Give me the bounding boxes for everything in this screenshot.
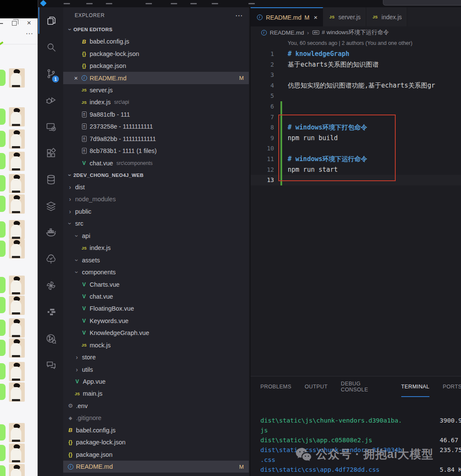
open-editor-item[interactable]: JSserver.js <box>63 84 249 96</box>
tree-item[interactable]: VKeywords.vue <box>63 315 249 327</box>
activity-database-icon[interactable] <box>38 166 63 193</box>
activity-search-icon[interactable] <box>38 34 63 60</box>
command-center-searchbox[interactable] <box>383 0 461 6</box>
tree-item[interactable]: ⚙.env <box>63 400 249 412</box>
vue-icon: V <box>80 281 88 288</box>
tree-item[interactable]: VKnowledgeGraph.vue <box>63 327 249 339</box>
close-icon[interactable]: × <box>27 20 31 26</box>
panel-tab-output[interactable]: OUTPUT <box>305 376 328 397</box>
photo-thumbnail[interactable] <box>9 194 25 214</box>
minimize-icon[interactable] <box>0 23 3 24</box>
activity-source-control-icon[interactable]: 1 <box>38 60 63 87</box>
photo-thumbnail[interactable] <box>9 152 25 171</box>
activity-git-graph-icon[interactable] <box>38 325 63 352</box>
photo-thumbnail[interactable] <box>9 107 25 126</box>
green-bubble <box>0 340 6 356</box>
activity-pinwheel-icon[interactable] <box>38 272 63 299</box>
tree-item[interactable]: ◆.gitignore <box>63 412 249 424</box>
activity-remote-explorer-icon[interactable] <box>38 113 63 140</box>
code-line[interactable]: 1# knowledgeGraph <box>251 49 461 59</box>
breadcrumb-file[interactable]: README.md <box>270 29 304 36</box>
codelens-blame[interactable]: You, 60 seconds ago | 2 authors (You and… <box>251 38 461 49</box>
code-line[interactable]: 6 <box>251 101 461 112</box>
code-line[interactable]: 5 <box>251 91 461 101</box>
restore-icon[interactable] <box>12 21 17 26</box>
photo-thumbnail[interactable] <box>9 423 25 442</box>
activity-comments-icon[interactable] <box>38 352 63 378</box>
tree-item[interactable]: VApp.vue <box>63 376 249 388</box>
open-editor-item[interactable]: ±7d9a82bb - 11111111111 <box>63 133 249 145</box>
line-text: 仿思知实现的知识图谱功能,基于echarts关系图gr <box>274 80 435 91</box>
code-line[interactable]: 4仿思知实现的知识图谱功能,基于echarts关系图gr <box>251 80 461 91</box>
photo-thumbnail[interactable] <box>9 68 25 88</box>
tree-item[interactable]: ›assets <box>63 254 249 266</box>
open-editor-item[interactable]: Bbabel.config.js <box>63 35 249 47</box>
photo-thumbnail[interactable] <box>9 276 25 295</box>
tree-item[interactable]: VFloatingBox.vue <box>63 303 249 314</box>
tree-item[interactable]: ›node_modules <box>63 193 249 205</box>
photo-thumbnail[interactable] <box>9 362 25 381</box>
tree-item[interactable]: iREADME.mdM <box>63 461 249 473</box>
code-editor[interactable]: You, 60 seconds ago | 2 authors (You and… <box>251 38 461 376</box>
tree-item[interactable]: ›src <box>63 217 249 229</box>
breadcrumb-symbol[interactable]: # windows环境下运行命令 <box>322 29 389 36</box>
editor-tab[interactable]: JSindex.js <box>366 7 407 26</box>
open-editor-item[interactable]: ±9a881cfb - 111 <box>63 109 249 120</box>
photo-thumbnail[interactable] <box>9 220 25 239</box>
tree-item[interactable]: JSmock.js <box>63 339 249 351</box>
photo-thumbnail[interactable] <box>9 296 25 315</box>
photo-thumbnail[interactable] <box>9 174 25 193</box>
close-icon[interactable]: × <box>72 74 80 82</box>
activity-layers-icon[interactable] <box>38 193 63 219</box>
code-line[interactable]: 2基于echarts关系图的知识图谱 <box>251 59 461 70</box>
open-editor-item[interactable]: JSindex.jssrc\api <box>63 96 249 108</box>
photo-thumbnail[interactable] <box>9 239 25 259</box>
open-editor-item[interactable]: {}package-lock.json <box>63 47 249 59</box>
tree-item[interactable]: ›store <box>63 351 249 363</box>
close-icon[interactable]: × <box>314 14 318 21</box>
tree-item[interactable]: {}package-lock.json <box>63 436 249 448</box>
photo-thumbnail[interactable] <box>9 318 25 338</box>
tree-item[interactable]: JSindex.js <box>63 242 249 254</box>
open-editor-item[interactable]: ±2373258e - 1111111111 <box>63 120 249 132</box>
activity-docker-icon[interactable] <box>38 219 63 246</box>
tree-item[interactable]: JSmain.js <box>63 388 249 400</box>
editor-tab[interactable]: iREADME.mdM× <box>251 7 323 26</box>
panel-tab-problems[interactable]: PROBLEMS <box>260 376 292 397</box>
explorer-more-icon[interactable]: ⋯ <box>235 11 243 20</box>
panel-tab-terminal[interactable]: TERMINAL <box>401 376 429 397</box>
breadcrumb[interactable]: i README.md › abc # windows环境下运行命令 <box>251 26 461 38</box>
more-icon[interactable]: ⋯ <box>26 31 34 37</box>
info-icon: i <box>67 463 74 470</box>
tree-item[interactable]: ›components <box>63 266 249 278</box>
open-editor-item[interactable]: Vchat.vuesrc\components <box>63 157 249 169</box>
line-number: 12 <box>251 165 274 175</box>
activity-test-tree-icon[interactable] <box>38 246 63 272</box>
tree-item[interactable]: VCharts.vue <box>63 278 249 290</box>
photo-thumbnail[interactable] <box>9 464 25 476</box>
open-editor-item[interactable]: {}package.json <box>63 60 249 72</box>
open-editor-item[interactable]: ±8cb783b1 - 1111 (1 files) <box>63 145 249 157</box>
code-line[interactable]: 3 <box>251 70 461 80</box>
tree-item[interactable]: ›dist <box>63 181 249 193</box>
activity-blocks-icon[interactable] <box>38 299 63 325</box>
tree-item[interactable]: ›api <box>63 230 249 242</box>
editor-tab[interactable]: JSserver.js <box>323 7 366 26</box>
tree-item[interactable]: Vchat.vue <box>63 291 249 303</box>
tree-item[interactable]: {}package.json <box>63 448 249 460</box>
activity-run-debug-icon[interactable] <box>38 87 63 113</box>
tree-item[interactable]: ›utils <box>63 363 249 375</box>
tree-item[interactable]: ›public <box>63 206 249 217</box>
panel-tab-ports[interactable]: PORTS <box>443 376 461 397</box>
open-editor-item[interactable]: ×iREADME.mdM <box>63 72 249 84</box>
photo-thumbnail[interactable] <box>9 338 25 358</box>
photo-thumbnail[interactable] <box>9 444 25 463</box>
photo-thumbnail[interactable] <box>9 129 25 149</box>
activity-files-icon[interactable] <box>38 7 63 34</box>
tree-item[interactable]: Bbabel.config.js <box>63 424 249 436</box>
activity-extensions-icon[interactable] <box>38 140 63 166</box>
open-editors-header[interactable]: › OPEN EDITORS <box>63 24 249 35</box>
panel-tab-debug-console[interactable]: DEBUG CONSOLE <box>341 376 388 397</box>
photo-thumbnail[interactable] <box>9 382 25 402</box>
workspace-header[interactable]: › 2DEV_CHONG_NEO4J_WEB <box>63 169 249 181</box>
